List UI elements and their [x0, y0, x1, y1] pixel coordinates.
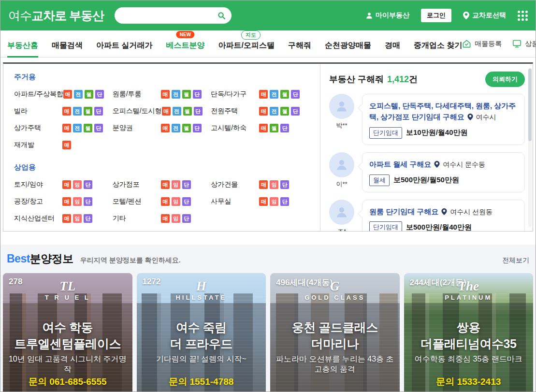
request-item[interactable]: 이**아파트 월세 구해요 여수시 문수동월세보500만원/월50만원	[329, 152, 525, 192]
category-label[interactable]: 단독/다가구	[211, 90, 259, 99]
listing-type-badge[interactable]: 단	[193, 90, 202, 99]
listing-type-badge[interactable]: 매	[161, 214, 170, 223]
listing-type-badge[interactable]: 임	[73, 214, 82, 223]
listing-type-badge[interactable]: 단	[94, 124, 103, 132]
listing-type-badge[interactable]: 임	[172, 214, 180, 223]
category-label[interactable]: 상가점포	[113, 180, 161, 189]
nav-item[interactable]: 구해줘	[288, 30, 311, 57]
category-label[interactable]: 모텔/펜션	[113, 197, 161, 206]
listing-type-badge[interactable]: 월	[84, 124, 92, 132]
listing-type-badge[interactable]: 단	[193, 124, 202, 132]
listing-type-badge[interactable]: 월	[84, 107, 92, 116]
site-logo[interactable]: 여수교차로 부동산	[8, 8, 104, 24]
category-label[interactable]: 분양권	[113, 124, 161, 132]
search-bar[interactable]	[115, 7, 232, 24]
listing-type-badge[interactable]: 매	[161, 90, 170, 99]
listing-type-badge[interactable]: 월	[280, 90, 289, 99]
listing-type-badge[interactable]: 임	[172, 180, 180, 189]
request-item[interactable]: 박**오피스텔, 단독주택, 다세대주택, 원룸, 상가주택, 상가점포 단기임…	[329, 94, 525, 145]
listing-type-badge[interactable]: 단	[291, 90, 300, 99]
listing-type-badge[interactable]: 전	[173, 107, 181, 116]
listing-type-badge[interactable]: 전	[172, 124, 180, 132]
listing-type-badge[interactable]: 매	[62, 214, 71, 223]
listing-type-badge[interactable]: 임	[172, 197, 180, 206]
request-cta-button[interactable]: 의뢰하기	[485, 72, 525, 87]
nav-item[interactable]: NEW베스트분양	[166, 30, 204, 57]
listing-type-badge[interactable]: 월	[280, 107, 289, 116]
listing-type-badge[interactable]: 전	[74, 90, 83, 99]
listing-type-badge[interactable]: 임	[73, 180, 82, 189]
listing-type-badge[interactable]: 월	[182, 90, 191, 99]
listing-type-badge[interactable]: 매	[161, 180, 170, 189]
listing-type-badge[interactable]: 매	[161, 197, 170, 206]
listing-type-badge[interactable]: 단	[280, 124, 289, 132]
listing-type-badge[interactable]: 단	[94, 107, 103, 116]
nav-item[interactable]: 경매	[385, 30, 400, 57]
category-label[interactable]: 지식산업센터	[14, 214, 62, 223]
category-label[interactable]: 빌라	[14, 107, 62, 116]
listing-type-badge[interactable]: 매	[259, 124, 268, 132]
listing-type-badge[interactable]: 매	[259, 180, 268, 189]
nav-item[interactable]: 순천광양매물	[325, 30, 371, 57]
product-info-link[interactable]: 상품안내	[512, 40, 536, 48]
listing-type-badge[interactable]: 매	[62, 197, 71, 206]
request-bubble[interactable]: 아파트 월세 구해요 여수시 문수동월세보500만원/월50만원	[362, 152, 525, 192]
search-icon[interactable]	[217, 12, 226, 20]
listing-type-badge[interactable]: 단	[84, 180, 92, 189]
nav-item[interactable]: 아파트 실거래가	[96, 30, 152, 57]
listing-type-badge[interactable]: 임	[270, 180, 278, 189]
listing-type-badge[interactable]: 단	[84, 197, 92, 206]
category-label[interactable]: 원룸/투룸	[113, 90, 161, 99]
listing-type-badge[interactable]: 매	[259, 90, 268, 99]
login-button[interactable]: 로그인	[421, 9, 451, 22]
request-bubble[interactable]: 원룸 단기임대 구해요 여수시 선원동단기임대보500만원/월40만원	[362, 200, 525, 231]
listing-type-badge[interactable]: 단	[194, 107, 203, 116]
view-all-link[interactable]: 전체보기	[502, 256, 529, 265]
listing-type-badge[interactable]: 월	[182, 124, 191, 132]
listing-type-badge[interactable]: 임	[73, 197, 82, 206]
category-label[interactable]: 토지/임야	[14, 180, 62, 189]
region-select[interactable]: 교차로선택	[463, 11, 506, 20]
listing-type-badge[interactable]: 매	[62, 141, 71, 149]
nav-item[interactable]: 부동산홈	[7, 30, 38, 57]
category-label[interactable]: 상가주택	[14, 124, 62, 132]
listing-type-badge[interactable]: 단	[280, 197, 289, 206]
category-label[interactable]: 상가건물	[211, 180, 259, 189]
listing-type-badge[interactable]: 매	[161, 124, 170, 132]
listing-type-badge[interactable]: 임	[270, 197, 278, 206]
listing-type-badge[interactable]: 월	[183, 107, 192, 116]
listing-type-badge[interactable]: 전	[73, 124, 82, 132]
listing-type-badge[interactable]: 월	[85, 90, 93, 99]
apps-grid-icon[interactable]	[518, 11, 528, 21]
listing-type-badge[interactable]: 전	[73, 107, 82, 116]
request-item[interactable]: 조*원룸 단기임대 구해요 여수시 선원동단기임대보500만원/월40만원	[329, 200, 525, 231]
listing-type-badge[interactable]: 월	[270, 124, 278, 132]
listing-type-badge[interactable]: 단	[280, 180, 289, 189]
category-label[interactable]: 재개발	[14, 141, 62, 149]
request-scrollbar-thumb[interactable]	[528, 69, 532, 141]
listing-type-badge[interactable]: 매	[162, 107, 171, 116]
listing-type-badge[interactable]: 단	[182, 197, 191, 206]
listing-type-badge[interactable]: 단	[182, 214, 191, 223]
register-listing-link[interactable]: 매물등록	[462, 39, 502, 48]
listing-type-badge[interactable]: 매	[62, 124, 71, 132]
my-realestate-link[interactable]: 마이부동산	[366, 11, 409, 20]
category-label[interactable]: 전원주택	[211, 107, 259, 116]
listing-type-badge[interactable]: 전	[172, 90, 180, 99]
listing-type-badge[interactable]: 단	[84, 214, 92, 223]
best-sale-card[interactable]: 1272HHILLSTATE여수 죽림더 프라우드기다림의 끝! 설렘의 시작~…	[137, 273, 266, 392]
listing-type-badge[interactable]: 단	[182, 180, 191, 189]
category-label[interactable]: 오피스텔/도시형	[113, 107, 162, 116]
nav-item[interactable]: 중개업소 찾기	[414, 30, 462, 57]
search-input[interactable]	[122, 12, 217, 19]
nav-item[interactable]: 지도아파트/오피스텔	[218, 30, 274, 57]
listing-type-badge[interactable]: 매	[259, 107, 268, 116]
best-sale-card[interactable]: 496세대(4개동)GGOLD CLASS웅천 골드클래스더마리나파노라마 오션…	[270, 273, 400, 392]
listing-type-badge[interactable]: 전	[270, 90, 278, 99]
category-label[interactable]: 고시텔/하숙	[211, 124, 259, 132]
listing-type-badge[interactable]: 매	[62, 180, 71, 189]
category-label[interactable]: 사무실	[211, 197, 259, 206]
listing-type-badge[interactable]: 매	[63, 90, 72, 99]
category-label[interactable]: 공장/창고	[14, 197, 62, 206]
best-sale-card[interactable]: 244세대(2개동)ThePLATINUM쌍용더플래티넘여수35여수학동 최중심…	[404, 273, 534, 392]
